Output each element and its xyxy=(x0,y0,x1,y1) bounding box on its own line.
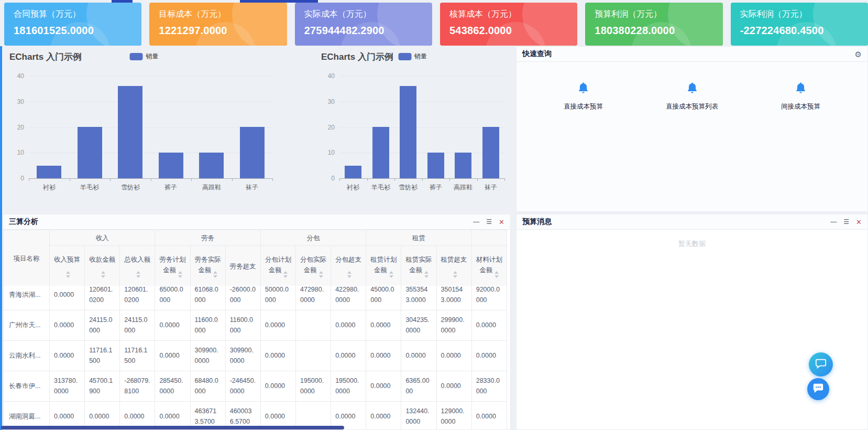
gear-icon[interactable]: ⚙ xyxy=(855,50,862,58)
column-header-sublabel: 金额 xyxy=(262,265,294,278)
menu-icon[interactable]: ☰ xyxy=(843,219,849,225)
chart-title: ECharts 入门示例 xyxy=(321,51,393,63)
column-header[interactable]: 租赁计划金额 xyxy=(366,246,401,287)
axis-tick-mark xyxy=(272,178,273,181)
value-cell: 0.0000 xyxy=(436,341,471,371)
analysis-table-header: 项目名称收入劳务分包租赁收入预算收款金额总收入额劳务计划金额劳务实际金额劳务超支… xyxy=(3,230,510,287)
value-cell: 3553543.0000 xyxy=(401,286,436,310)
y-axis-tick-label: 10 xyxy=(328,149,339,156)
axis-tick-mark xyxy=(504,178,505,181)
column-header-label: 总收入额 xyxy=(121,254,153,265)
value-cell: 6365.0000 xyxy=(401,371,436,402)
chart-bar xyxy=(78,127,102,178)
value-cell: 299900.0000 xyxy=(436,310,471,341)
y-axis-tick-label: 0 xyxy=(20,175,29,182)
chart-title: ECharts 入门示例 xyxy=(9,51,82,63)
column-header-label: 分包实际 xyxy=(297,254,329,265)
minimize-icon[interactable]: — xyxy=(473,219,479,225)
stat-card: 核算成本（万元）543862.0000 xyxy=(440,3,577,46)
value-cell: -246450.0000 xyxy=(225,371,260,402)
x-axis-category-label: 袜子 xyxy=(246,183,258,192)
project-name-cell: 长春市伊... xyxy=(4,371,50,402)
value-cell: 11600.0000 xyxy=(225,310,260,341)
value-cell: 304235.0000 xyxy=(401,310,436,341)
column-header[interactable]: 总收入额 xyxy=(120,246,155,287)
float-button-chat[interactable] xyxy=(807,378,829,400)
column-header[interactable]: 分包实际金额 xyxy=(295,246,331,287)
value-cell: 50000.0000 xyxy=(260,286,295,310)
value-cell: 0.0000 xyxy=(331,310,366,341)
quick-query-item-label: 直接成本预算列表 xyxy=(666,102,718,111)
value-cell: 45700.1900 xyxy=(85,371,120,402)
sort-carets-icon xyxy=(213,271,217,278)
chart-legend[interactable]: 销量 xyxy=(130,52,159,61)
horizontal-scrollbar-thumb[interactable] xyxy=(1,426,344,429)
value-cell: 3501543.0000 xyxy=(436,286,471,310)
menu-icon[interactable]: ☰ xyxy=(486,219,492,225)
value-cell: 0.0000 xyxy=(471,310,507,341)
value-cell: 0.0000 xyxy=(260,341,295,371)
stat-card-label: 合同预算（万元） xyxy=(14,9,132,20)
column-header-sublabel: 金额 xyxy=(297,265,329,278)
close-icon[interactable]: ✕ xyxy=(856,219,862,225)
column-header[interactable]: 劳务计划金额 xyxy=(155,246,190,287)
value-cell: 65000.0000 xyxy=(155,286,190,310)
value-cell: 0.0000 xyxy=(366,310,401,341)
axis-tick-mark xyxy=(191,178,192,181)
value-cell: 120601.0200 xyxy=(120,286,155,310)
column-header[interactable]: 租赁实际金额 xyxy=(401,246,436,287)
axis-tick-mark xyxy=(29,178,29,181)
column-header: 劳务超支 xyxy=(225,246,260,287)
quick-query-item[interactable]: 直接成本预算列表 xyxy=(666,82,718,111)
sales-bar-chart-1: ECharts 入门示例销量010203040衬衫羊毛衫雪纺衫裤子高跟鞋袜子 xyxy=(3,46,285,212)
quick-query-item[interactable]: 间接成本预算 xyxy=(781,82,820,111)
quick-query-item[interactable]: 直接成本预算 xyxy=(564,82,603,111)
sort-carets-icon xyxy=(283,271,288,278)
y-axis-tick-label: 30 xyxy=(17,98,29,105)
value-cell: 92000.0000 xyxy=(471,286,507,310)
y-axis-tick-label: 40 xyxy=(328,72,339,80)
stat-card: 预算利润（万元）180380228.0000 xyxy=(585,3,722,46)
column-header[interactable]: 收入预算 xyxy=(50,246,85,287)
value-cell: 4636713.5700 xyxy=(190,402,225,430)
legend-label: 销量 xyxy=(414,52,427,61)
column-header[interactable]: 材料计划金额 xyxy=(471,246,507,287)
value-cell: 0.0000 xyxy=(366,371,401,402)
column-header-label: 劳务实际 xyxy=(192,254,224,265)
column-header[interactable]: 租赁超支 xyxy=(436,246,471,287)
column-header[interactable]: 收款金额 xyxy=(85,246,120,287)
column-header-label: 分包超支 xyxy=(332,254,365,265)
column-group-header xyxy=(471,230,507,246)
value-cell: 0.0000 xyxy=(120,402,155,430)
column-header-sublabel: 金额 xyxy=(473,265,506,278)
quick-query-title: 快速查询 xyxy=(522,49,552,59)
value-cell: 4600036.5700 xyxy=(225,402,260,430)
value-cell: -268079.8100 xyxy=(120,371,155,402)
value-cell: 422980.0000 xyxy=(331,286,366,310)
close-icon[interactable]: ✕ xyxy=(499,219,504,225)
y-axis-tick-label: 0 xyxy=(331,175,339,182)
x-axis-category-label: 袜子 xyxy=(485,183,497,192)
gridline xyxy=(339,102,504,102)
column-header[interactable]: 分包计划金额 xyxy=(260,246,295,287)
chart-legend[interactable]: 销量 xyxy=(398,52,427,61)
float-button-service[interactable] xyxy=(809,352,833,377)
stat-card: 目标成本（万元）1221297.0000 xyxy=(149,3,287,46)
sort-carets-icon xyxy=(136,271,140,278)
value-cell: 0.0000 xyxy=(85,402,120,430)
chart-bar xyxy=(199,153,224,178)
column-header[interactable]: 劳务实际金额 xyxy=(190,246,225,287)
value-cell: 0.0000 xyxy=(260,402,295,430)
column-header-label: 收款金额 xyxy=(86,254,118,265)
column-header[interactable]: 分包超支 xyxy=(331,246,366,287)
gridline xyxy=(339,76,504,77)
x-axis-category-label: 羊毛衫 xyxy=(80,183,99,192)
value-cell: 61068.0000 xyxy=(190,286,225,310)
x-axis-category-label: 裤子 xyxy=(164,183,177,192)
value-cell: 0.0000 xyxy=(155,310,190,341)
legend-swatch-icon xyxy=(398,53,411,60)
axis-tick-mark xyxy=(422,178,423,181)
value-cell: 0.0000 xyxy=(155,402,190,430)
minimize-icon[interactable]: — xyxy=(830,219,837,225)
value-cell: 313780.0000 xyxy=(50,371,85,402)
